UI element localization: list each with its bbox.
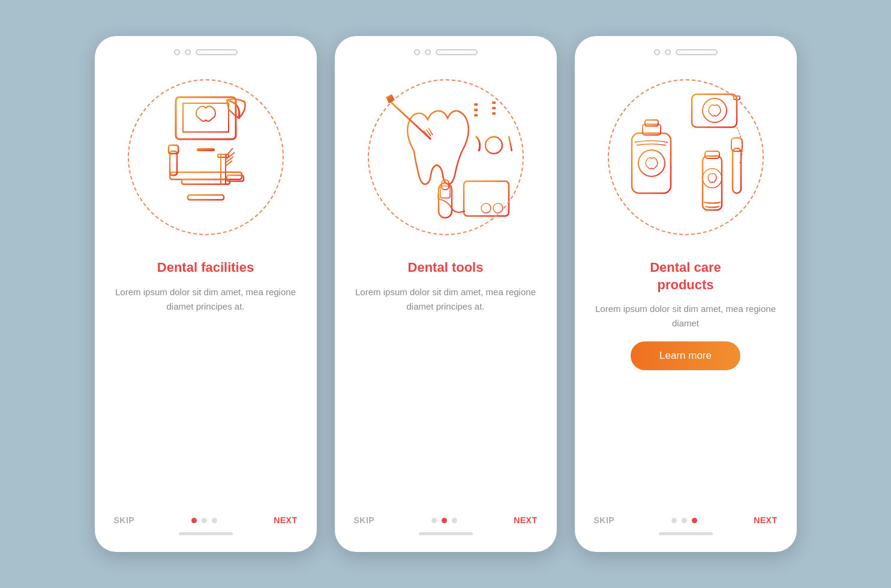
screen-dental-facilities: Dental facilities Lorem ipsum dolor sit … bbox=[95, 36, 317, 552]
skip-button-2[interactable]: SKIP bbox=[354, 515, 375, 525]
top-pill-2 bbox=[436, 49, 478, 55]
screen-3-title: Dental care products bbox=[638, 259, 733, 293]
icon-area-facilities bbox=[110, 61, 302, 253]
screen-dental-tools: Dental tools Lorem ipsum dolor sit dim a… bbox=[335, 36, 557, 552]
top-dot-6 bbox=[665, 49, 671, 55]
dot-2-2 bbox=[442, 518, 447, 523]
top-dot-5 bbox=[654, 49, 660, 55]
bottom-nav-3: SKIP NEXT bbox=[575, 515, 797, 525]
next-button-3[interactable]: NEXT bbox=[754, 515, 777, 525]
bottom-handle-3 bbox=[659, 532, 713, 535]
screen-1-title: Dental facilities bbox=[145, 259, 266, 277]
top-dot-3 bbox=[414, 49, 420, 55]
screen-3-desc: Lorem ipsum dolor sit dim amet, mea regi… bbox=[575, 302, 797, 331]
bottom-nav-1: SKIP NEXT bbox=[95, 515, 317, 525]
dot-2-3 bbox=[452, 518, 457, 523]
icon-area-products bbox=[590, 61, 782, 253]
dot-1-2 bbox=[202, 518, 207, 523]
phone-top-bar-2 bbox=[414, 49, 478, 55]
screens-container: Dental facilities Lorem ipsum dolor sit … bbox=[95, 36, 797, 552]
dot-3-2 bbox=[682, 518, 687, 523]
dot-2-1 bbox=[431, 518, 437, 523]
top-dot-2 bbox=[185, 49, 191, 55]
screen-2-desc: Lorem ipsum dolor sit dim amet, mea regi… bbox=[335, 285, 557, 314]
top-dot-1 bbox=[174, 49, 180, 55]
bottom-handle-2 bbox=[419, 532, 473, 535]
dot-3-3 bbox=[692, 518, 697, 523]
next-button-1[interactable]: NEXT bbox=[274, 515, 297, 525]
dot-3-1 bbox=[671, 518, 677, 523]
phone-top-bar-1 bbox=[174, 49, 238, 55]
bottom-nav-2: SKIP NEXT bbox=[335, 515, 557, 525]
nav-dots-3 bbox=[671, 518, 697, 523]
dot-1-3 bbox=[212, 518, 217, 523]
top-dot-4 bbox=[425, 49, 431, 55]
dashed-circle-3 bbox=[608, 79, 764, 235]
screen-2-title: Dental tools bbox=[396, 259, 496, 277]
skip-button-3[interactable]: SKIP bbox=[594, 515, 615, 525]
nav-dots-2 bbox=[431, 518, 457, 523]
screen-1-desc: Lorem ipsum dolor sit dim amet, mea regi… bbox=[95, 285, 317, 314]
top-pill-1 bbox=[196, 49, 238, 55]
dot-1-1 bbox=[191, 518, 197, 523]
skip-button-1[interactable]: SKIP bbox=[114, 515, 135, 525]
screen-dental-care-products: Dental care products Lorem ipsum dolor s… bbox=[575, 36, 797, 552]
icon-area-tools bbox=[350, 61, 542, 253]
next-button-2[interactable]: NEXT bbox=[514, 515, 537, 525]
dashed-circle-2 bbox=[368, 79, 524, 235]
phone-top-bar-3 bbox=[654, 49, 718, 55]
top-pill-3 bbox=[676, 49, 718, 55]
dashed-circle-1 bbox=[128, 79, 284, 235]
bottom-handle-1 bbox=[179, 532, 233, 535]
learn-more-button[interactable]: Learn more bbox=[631, 341, 740, 370]
nav-dots-1 bbox=[191, 518, 217, 523]
